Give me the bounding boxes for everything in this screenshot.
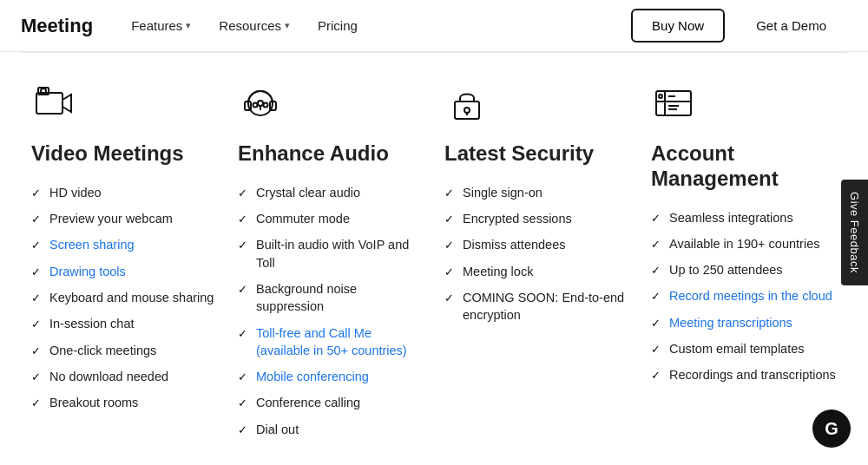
list-item: ✓ One-click meetings (31, 342, 217, 359)
list-item: ✓ Up to 250 attendees (651, 261, 837, 278)
list-item: ✓ Seamless integrations (651, 209, 837, 226)
buy-now-button[interactable]: Buy Now (631, 9, 725, 43)
chevron-down-icon: ▾ (285, 20, 290, 31)
svg-point-16 (659, 95, 662, 98)
column-latest-security: Latest Security ✓ Single sign-on ✓ Encry… (434, 81, 641, 438)
svg-rect-10 (455, 102, 479, 119)
nav-actions: Buy Now Get a Demo (631, 9, 847, 43)
list-item: ✓ In-session chat (31, 315, 217, 332)
list-item: ✓ Screen sharing (31, 236, 217, 253)
video-icon (31, 81, 76, 126)
check-icon: ✓ (31, 344, 41, 359)
security-feature-list: ✓ Single sign-on ✓ Encrypted sessions ✓ … (444, 184, 630, 324)
list-item: ✓ Commuter mode (238, 210, 424, 227)
nav-pricing[interactable]: Pricing (307, 11, 368, 40)
list-item: ✓ Dismiss attendees (444, 236, 630, 253)
audio-feature-list: ✓ Crystal clear audio ✓ Commuter mode ✓ … (238, 184, 424, 438)
list-item: ✓ Mobile conferencing (238, 368, 424, 385)
check-icon: ✓ (238, 370, 247, 385)
check-icon: ✓ (444, 186, 454, 201)
mobile-conferencing-link[interactable]: Mobile conferencing (256, 368, 369, 385)
record-meetings-link[interactable]: Record meetings in the cloud (669, 287, 832, 305)
drawing-tools-link[interactable]: Drawing tools (49, 263, 126, 280)
g-brand-icon[interactable]: G (812, 409, 851, 448)
features-grid: Video Meetings ✓ HD video ✓ Preview your… (0, 53, 868, 459)
list-item: ✓ Conference calling (238, 394, 424, 411)
check-icon: ✓ (238, 212, 247, 227)
list-item: ✓ No download needed (31, 368, 217, 385)
list-item: ✓ Single sign-on (444, 184, 630, 201)
check-icon: ✓ (444, 265, 454, 280)
list-item: ✓ Toll-free and Call Me (available in 50… (238, 324, 424, 360)
column-title-account: Account Management (651, 141, 837, 192)
check-icon: ✓ (651, 237, 661, 252)
svg-point-6 (258, 101, 263, 106)
check-icon: ✓ (444, 291, 454, 306)
list-item: ✓ HD video (31, 184, 217, 201)
tollfree-link[interactable]: Toll-free and Call Me (available in 50+ … (256, 324, 424, 360)
check-icon: ✓ (651, 211, 661, 226)
check-icon: ✓ (651, 342, 661, 357)
list-item: ✓ Breakout rooms (31, 394, 217, 411)
check-icon: ✓ (31, 212, 41, 227)
list-item: ✓ Meeting transcriptions (651, 314, 837, 331)
check-icon: ✓ (651, 289, 661, 305)
check-icon: ✓ (238, 238, 247, 253)
column-video-meetings: Video Meetings ✓ HD video ✓ Preview your… (21, 81, 227, 438)
list-item: ✓ Preview your webcam (31, 210, 217, 227)
check-icon: ✓ (31, 238, 41, 253)
check-icon: ✓ (31, 265, 41, 280)
svg-point-1 (41, 88, 46, 94)
column-title-security: Latest Security (444, 141, 630, 167)
account-feature-list: ✓ Seamless integrations ✓ Available in 1… (651, 209, 837, 384)
list-item: ✓ Background noise suppression (238, 280, 424, 316)
nav-links: Features ▾ Resources ▾ Pricing (121, 11, 631, 40)
list-item: ✓ Keyboard and mouse sharing (31, 289, 217, 306)
give-feedback-button[interactable]: Give Feedback (841, 180, 868, 285)
logo[interactable]: Meeting (21, 15, 93, 37)
svg-point-8 (253, 103, 258, 108)
video-feature-list: ✓ HD video ✓ Preview your webcam ✓ Scree… (31, 184, 217, 412)
screen-sharing-link[interactable]: Screen sharing (49, 236, 135, 253)
list-item: ✓ Encrypted sessions (444, 210, 630, 227)
list-item: ✓ Available in 190+ countries (651, 235, 837, 252)
check-icon: ✓ (31, 370, 41, 385)
check-icon: ✓ (238, 186, 247, 201)
check-icon: ✓ (651, 368, 661, 383)
check-icon: ✓ (444, 212, 454, 227)
list-item: ✓ Dial out (238, 421, 424, 438)
list-item: ✓ Custom email templates (651, 340, 837, 357)
headset-icon (238, 81, 283, 126)
column-enhance-audio: Enhance Audio ✓ Crystal clear audio ✓ Co… (227, 81, 434, 438)
nav-resources[interactable]: Resources ▾ (208, 11, 300, 40)
check-icon: ✓ (651, 316, 661, 331)
list-item: ✓ COMING SOON: End-to-end encryption (444, 289, 630, 324)
list-item: ✓ Record meetings in the cloud (651, 287, 837, 305)
svg-rect-0 (36, 93, 62, 114)
list-item: ✓ Built-in audio with VoIP and Toll (238, 236, 424, 272)
column-title-video: Video Meetings (31, 141, 217, 167)
check-icon: ✓ (651, 263, 661, 278)
lock-icon (444, 81, 490, 126)
column-title-audio: Enhance Audio (238, 141, 424, 167)
list-item: ✓ Recordings and transcriptions (651, 366, 837, 383)
column-account-management: Account Management ✓ Seamless integratio… (641, 81, 847, 438)
check-icon: ✓ (238, 396, 247, 411)
meeting-transcriptions-link[interactable]: Meeting transcriptions (669, 314, 792, 331)
list-item: ✓ Crystal clear audio (238, 184, 424, 201)
chevron-down-icon: ▾ (186, 20, 191, 31)
list-item: ✓ Drawing tools (31, 263, 217, 280)
check-icon: ✓ (444, 238, 454, 253)
svg-point-11 (464, 108, 470, 113)
check-icon: ✓ (31, 317, 41, 332)
check-icon: ✓ (238, 326, 247, 342)
check-icon: ✓ (31, 186, 41, 201)
nav-features[interactable]: Features ▾ (121, 11, 201, 40)
list-item: ✓ Meeting lock (444, 263, 630, 280)
check-icon: ✓ (238, 282, 247, 298)
check-icon: ✓ (31, 396, 41, 411)
navbar: Meeting Features ▾ Resources ▾ Pricing B… (0, 0, 868, 52)
check-icon: ✓ (238, 422, 247, 438)
get-demo-button[interactable]: Get a Demo (735, 9, 847, 43)
account-icon (651, 81, 696, 126)
